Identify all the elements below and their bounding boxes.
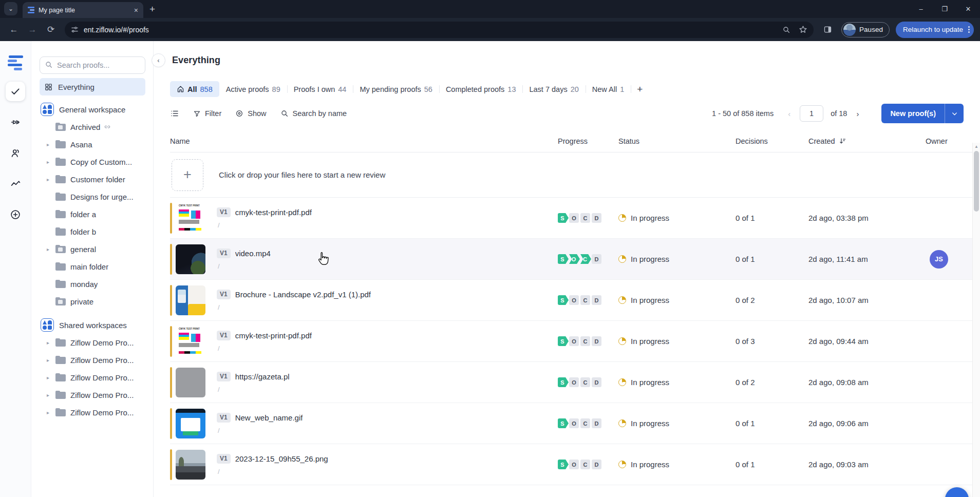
chevron-right-icon[interactable]: ▸ (47, 159, 55, 165)
column-header-status[interactable]: Status (618, 137, 736, 145)
new-proof-button[interactable]: New proof(s) (881, 109, 945, 118)
sidebar-folder-item[interactable]: ▸ Ziflow Demo Pro... (40, 351, 145, 369)
proof-row[interactable]: V1 cmyk-test-print-pdf.pdf / SOCD In pro… (170, 321, 973, 362)
proof-name[interactable]: cmyk-test-print-pdf.pdf (235, 208, 312, 217)
proof-name[interactable]: Brochure - Landscape v2.pdf_v1 (1).pdf (235, 290, 371, 299)
sidebar-folder-item[interactable]: ▸ Archived (40, 118, 145, 136)
sidebar-item-shared-workspaces[interactable]: Shared workspaces (40, 318, 145, 332)
proof-row[interactable]: V1 Brochure - Landscape v2.pdf_v1 (1).pd… (170, 280, 973, 321)
close-tab-icon[interactable]: × (134, 6, 138, 14)
bookmark-star-icon[interactable] (799, 25, 807, 34)
sidebar-folder-item[interactable]: ▸ private (40, 293, 145, 310)
sidebar-folder-item[interactable]: ▸ general (40, 240, 145, 258)
view-tab[interactable]: My pending proofs 56 (353, 81, 439, 97)
sidebar-folder-item[interactable]: ▸ Copy of Custom... (40, 153, 145, 170)
proof-name[interactable]: https://gazeta.pl (235, 372, 290, 381)
proof-name[interactable]: 2023-12-15_09h55_26.png (235, 454, 328, 463)
sidebar-folder-item[interactable]: ▸ folder b (40, 223, 145, 240)
column-header-decisions[interactable]: Decisions (736, 137, 808, 145)
view-tab[interactable]: Last 7 days 20 (522, 81, 585, 97)
forward-icon[interactable]: → (25, 22, 40, 37)
side-panel-icon[interactable] (820, 22, 835, 37)
sidebar-folder-item[interactable]: ▸ Customer folder (40, 170, 145, 188)
sidebar-folder-item[interactable]: ▸ Designs for urge... (40, 188, 145, 205)
profile-paused-chip[interactable]: Paused (841, 22, 890, 37)
next-page-icon[interactable]: › (854, 109, 861, 118)
zoom-page-icon[interactable] (782, 26, 790, 34)
sidebar-folder-item[interactable]: ▸ folder a (40, 205, 145, 223)
chevron-right-icon[interactable]: ▸ (47, 246, 55, 252)
back-icon[interactable]: ← (6, 22, 22, 37)
proof-thumbnail[interactable] (176, 285, 205, 315)
relaunch-to-update-button[interactable]: Relaunch to update (896, 22, 974, 38)
chevron-right-icon[interactable]: ▸ (47, 340, 55, 346)
minimize-button[interactable]: – (909, 0, 933, 17)
sidebar-folder-item[interactable]: ▸ Asana (40, 136, 145, 153)
proof-row[interactable]: V1 2023-12-15_09h55_26.png / SOCD In pro… (170, 444, 973, 485)
upload-dropzone[interactable]: + Click or drop your files here to start… (170, 152, 973, 198)
proof-name[interactable]: cmyk-test-print-pdf.pdf (235, 331, 312, 340)
rail-item-create[interactable] (6, 205, 25, 224)
url-text[interactable]: ent.ziflow.io/#/proofs (84, 26, 777, 34)
show-button[interactable]: Show (235, 109, 266, 118)
scroll-up-icon[interactable]: ▲ (973, 143, 980, 150)
sidebar-folder-item[interactable]: ▸ Ziflow Demo Pro... (40, 369, 145, 386)
proof-row[interactable]: V1 New_web_name.gif / SOCD In progress 0… (170, 403, 973, 444)
chevron-right-icon[interactable]: ▸ (47, 142, 55, 147)
chevron-right-icon[interactable]: ▸ (47, 410, 55, 415)
prev-page-icon[interactable]: ‹ (786, 109, 793, 118)
proof-thumbnail[interactable] (176, 327, 205, 356)
proof-row[interactable]: V1 cmyk-test-print-pdf.pdf / SOCD In pro… (170, 198, 973, 239)
scrollbar-thumb[interactable] (974, 151, 979, 212)
proof-row[interactable]: V1 https://gazeta.pl / SOCD In progress … (170, 362, 973, 403)
browser-menu-icon[interactable] (968, 26, 970, 33)
sidebar-folder-item[interactable]: ▸ monday (40, 275, 145, 293)
chevron-right-icon[interactable]: ▸ (47, 357, 55, 363)
page-number-input[interactable] (800, 105, 823, 122)
view-tab[interactable]: Active proofs 89 (219, 81, 287, 97)
view-options-button[interactable] (170, 109, 179, 118)
chevron-right-icon[interactable]: ▸ (47, 177, 55, 182)
view-tab[interactable]: Proofs I own 44 (287, 81, 353, 97)
column-header-progress[interactable]: Progress (558, 137, 618, 145)
rail-item-integrations[interactable] (6, 112, 25, 132)
new-proof-dropdown-button[interactable] (945, 110, 964, 117)
proof-thumbnail[interactable] (176, 368, 205, 397)
chevron-right-icon[interactable]: ▸ (47, 375, 55, 380)
sidebar-item-everything[interactable]: Everything (40, 78, 145, 95)
column-header-created[interactable]: Created (808, 137, 922, 145)
owner-avatar[interactable]: JS (930, 250, 948, 269)
new-tab-button[interactable]: + (149, 4, 155, 15)
rail-item-people[interactable] (6, 143, 25, 163)
sidebar-item-general-workspace[interactable]: General workspace (40, 103, 145, 116)
proof-thumbnail[interactable] (176, 244, 205, 274)
site-info-icon[interactable] (71, 26, 79, 33)
chevron-right-icon[interactable]: ▸ (47, 392, 55, 398)
reload-icon[interactable]: ⟳ (43, 22, 59, 37)
close-window-button[interactable]: ✕ (956, 0, 980, 17)
tab-search-button[interactable]: ⌄ (4, 2, 17, 15)
browser-tab[interactable]: My page title × (23, 2, 143, 18)
sidebar-folder-item[interactable]: ▸ main folder (40, 258, 145, 275)
sidebar-folder-item[interactable]: ▸ Ziflow Demo Pro... (40, 386, 145, 404)
maximize-button[interactable]: ❐ (933, 0, 956, 17)
proof-thumbnail[interactable] (176, 409, 205, 438)
sort-descending-icon[interactable] (839, 137, 846, 145)
column-header-owner[interactable]: Owner (922, 137, 973, 145)
sidebar-folder-item[interactable]: ▸ Ziflow Demo Pro... (40, 404, 145, 421)
view-tab[interactable]: All 858 (170, 81, 219, 97)
view-tab[interactable]: New All 1 (586, 81, 631, 97)
filter-button[interactable]: Filter (193, 109, 221, 118)
rail-item-proofs[interactable] (6, 82, 25, 101)
collapse-sidebar-button[interactable]: ‹ (152, 53, 165, 67)
search-by-name-button[interactable]: Search by name (280, 109, 347, 118)
url-bar[interactable]: ent.ziflow.io/#/proofs (65, 22, 814, 38)
view-tab[interactable]: Completed proofs 13 (439, 81, 523, 97)
search-proofs-input[interactable] (40, 56, 145, 74)
sidebar-folder-item[interactable]: ▸ Ziflow Demo Pro... (40, 334, 145, 351)
proof-name[interactable]: video.mp4 (235, 249, 271, 258)
proof-row[interactable]: V1 video.mp4 / SOCD In progress 0 of 1 2… (170, 239, 973, 280)
vertical-scrollbar[interactable]: ▲ (972, 143, 980, 497)
ziflow-logo[interactable] (8, 55, 23, 70)
proof-thumbnail[interactable] (176, 450, 205, 480)
